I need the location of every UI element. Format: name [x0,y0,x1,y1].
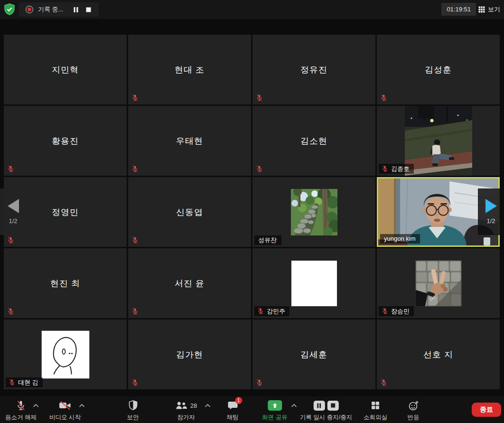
audio-options-chevron-icon[interactable] [33,404,39,407]
participant-gallery: 지민혁 현대 조 정유진 김성훈 황용진 우태현 김소현 [4,35,500,389]
muted-mic-icon [131,94,139,101]
participant-tile[interactable]: 정유진 [252,35,375,104]
muted-mic-icon [382,308,388,314]
muted-mic-icon [256,379,263,386]
share-options-chevron-icon[interactable] [291,404,297,407]
participant-tile[interactable]: 우태현 [128,106,251,176]
security-shield-icon [128,400,138,411]
right-arrow-icon [485,199,497,213]
participant-tile[interactable]: 지민혁 [4,35,127,104]
participant-name: 황용진 [4,106,127,176]
participant-tile[interactable]: 김가현 [128,320,251,389]
participant-tile[interactable]: 현진 최 [4,248,127,318]
participants-icon [175,401,188,410]
record-control-button[interactable]: 기록 일시 중지/중지 [300,400,352,422]
participant-name-label: 장승민 [379,306,414,316]
participant-name: 지민혁 [4,35,127,104]
mic-off-icon [16,400,26,411]
participant-tile[interactable]: 선호 지 [377,320,500,389]
muted-mic-icon [380,379,387,386]
participant-tile[interactable]: 김성훈 [377,35,500,104]
view-button[interactable]: 보기 [478,4,500,15]
participant-name: 김세훈 [252,320,375,389]
muted-mic-icon [256,165,263,172]
participant-name: 김성훈 [377,35,500,104]
record-dot-icon [25,5,34,14]
muted-mic-icon [7,308,14,315]
share-screen-icon [268,400,282,411]
muted-mic-icon [131,236,139,244]
view-grid-icon [478,6,485,13]
chat-button[interactable]: 1 채팅 [227,400,239,422]
participant-name-label: 대현 김 [6,377,43,387]
meeting-toolbar: 음소거 해제 비디오 시작 보안 28 참가자 1 채팅 [0,396,504,423]
share-screen-button[interactable]: 화면 공유 [262,400,287,422]
avatar-garden-photo [291,189,337,235]
participants-count: 28 [190,402,197,409]
participant-name: 현대 조 [128,35,251,104]
participant-name: 서진 윤 [128,248,251,318]
meeting-info-shield-icon[interactable] [3,3,16,16]
recording-status-text: 기록 중... [38,5,63,14]
participant-name-label: yungon kim [380,234,420,244]
reactions-button[interactable]: 반응 [408,400,420,422]
previous-page-button[interactable]: 1/2 [0,188,26,235]
participant-tile[interactable]: 서진 윤 [128,248,251,318]
participant-name: 김가현 [128,320,251,389]
participant-tile[interactable]: 신동엽 [128,177,251,247]
muted-mic-icon [382,165,388,172]
next-page-button[interactable]: 1/2 [478,188,504,235]
chat-badge: 1 [235,397,242,404]
participant-tile[interactable]: 김세훈 [252,320,375,389]
participant-tile-video[interactable]: 김종호 [377,106,500,176]
participant-tile[interactable]: 김소현 [252,106,375,176]
breakout-rooms-icon [371,401,380,410]
security-button[interactable]: 보안 [127,400,139,422]
unmute-button[interactable]: 음소거 해제 [5,400,37,422]
pause-recording-button-icon[interactable] [313,401,325,411]
video-off-icon [59,401,71,410]
view-label: 보기 [488,5,500,14]
participant-tile[interactable]: 황용진 [4,106,127,176]
muted-mic-icon [131,308,139,315]
participant-name: 선호 지 [377,320,500,389]
participant-name-label: 성유찬 [254,235,281,245]
participant-name: 현진 최 [4,248,127,318]
pause-recording-icon[interactable] [72,5,80,14]
avatar-doodle-drawing [41,330,89,378]
participant-name-label: 김종호 [379,164,414,174]
participant-tile-avatar[interactable]: 대현 김 [4,320,127,389]
zoom-meeting-window: 기록 중... 01:19:51 보기 지민혁 현대 조 정유진 [0,0,504,423]
muted-mic-icon [131,165,139,172]
muted-mic-icon [257,308,264,314]
participants-button[interactable]: 28 참가자 [175,400,197,422]
page-indicator: 1/2 [486,217,495,225]
end-meeting-button[interactable]: 종료 [472,403,501,417]
participant-video-night-photo [405,106,472,176]
reactions-smiley-icon [408,400,419,411]
meeting-timer: 01:19:51 [441,3,476,16]
muted-mic-icon [380,94,387,101]
breakout-rooms-button[interactable]: 소회의실 [364,400,387,422]
stop-recording-icon[interactable] [84,5,93,14]
muted-mic-icon [131,379,139,386]
stop-recording-button-icon[interactable] [327,401,338,411]
recording-indicator: 기록 중... [19,2,99,17]
page-indicator: 1/2 [9,217,17,225]
muted-mic-icon [256,94,263,101]
video-options-chevron-icon[interactable] [79,404,85,407]
participant-name: 우태현 [128,106,251,176]
participant-tile-avatar[interactable]: 성유찬 [252,177,375,247]
muted-mic-icon [9,379,15,385]
avatar-hand-photo [415,260,461,306]
top-bar: 기록 중... 01:19:51 보기 [0,0,504,19]
participants-options-chevron-icon[interactable] [205,404,211,407]
participant-tile-avatar[interactable]: 강민주 [252,248,375,318]
muted-mic-icon [7,165,14,172]
participant-name-label: 강민주 [254,306,289,316]
left-arrow-icon [8,199,19,213]
participant-tile[interactable]: 현대 조 [128,35,251,104]
start-video-button[interactable]: 비디오 시작 [49,400,81,422]
participant-name: 신동엽 [128,177,251,247]
participant-tile-avatar[interactable]: 장승민 [377,248,500,318]
